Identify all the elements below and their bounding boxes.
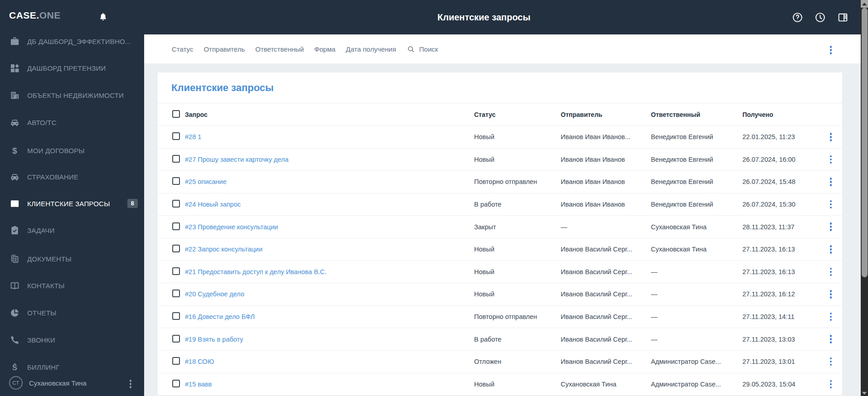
table-row[interactable]: #25 описание Повторно отправлен Иванов И…	[158, 171, 842, 193]
user-menu-icon[interactable]	[129, 379, 133, 389]
row-checkbox[interactable]	[172, 245, 180, 252]
status-cell: Новый	[474, 268, 561, 275]
row-menu-icon[interactable]	[829, 357, 833, 367]
filter-form[interactable]: Форма	[314, 45, 335, 53]
table-row[interactable]: #15 вавв Новый Сухановская Тина Админист…	[158, 373, 842, 396]
filter-status[interactable]: Статус	[172, 45, 193, 53]
status-cell: Новый	[474, 156, 561, 163]
row-checkbox[interactable]	[172, 177, 180, 185]
filter-bar-menu-icon[interactable]	[829, 45, 833, 55]
assignee-cell: —	[651, 268, 742, 275]
assignee-cell: Венедиктов Евгений	[651, 178, 742, 185]
svg-text:Ŝ: Ŝ	[12, 363, 17, 372]
row-checkbox[interactable]	[172, 357, 180, 365]
search-label: Поиск	[419, 45, 438, 53]
sender-cell: Иванов Василий Серг...	[561, 358, 651, 365]
row-menu-icon[interactable]	[829, 177, 833, 187]
row-checkbox[interactable]	[172, 290, 180, 297]
row-menu-icon[interactable]	[829, 334, 833, 344]
sidebar-item-documents[interactable]: ДОКУМЕНТЫ	[0, 249, 144, 269]
history-clock-icon[interactable]	[815, 12, 826, 23]
user-name: Сухановская Тина	[29, 379, 87, 387]
table-row[interactable]: #20 Судебное дело Новый Иванов Василий С…	[158, 283, 842, 306]
table-row[interactable]: #23 Проведение консультации Закрыт — Сух…	[158, 216, 842, 238]
status-cell: В работе	[474, 336, 561, 343]
row-checkbox[interactable]	[172, 200, 180, 208]
row-checkbox[interactable]	[172, 312, 180, 320]
table-row[interactable]: #24 Новый запрос В работе Иванов Иван Ив…	[158, 193, 842, 216]
book-icon	[10, 280, 20, 291]
sidebar-item-insurance[interactable]: СТРАХОВАНИЕ	[0, 167, 144, 187]
row-checkbox[interactable]	[172, 335, 180, 343]
row-menu-icon[interactable]	[829, 222, 833, 232]
table-row[interactable]: #27 Прошу завести карточку дела Новый Ив…	[158, 149, 842, 171]
received-cell: 26.07.2024, 16:00	[742, 156, 820, 163]
side-panel-icon[interactable]	[837, 12, 849, 23]
sender-cell: Иванов Василий Серг...	[561, 313, 651, 320]
help-icon[interactable]	[792, 12, 803, 23]
table-row[interactable]: #16 Довести дело БФЛ Повторно отправлен …	[158, 306, 842, 328]
request-link[interactable]: #16 Довести дело БФЛ	[185, 313, 474, 320]
column-header-received: Получено	[742, 111, 820, 118]
received-cell: 27.11.2023, 16:13	[742, 268, 820, 275]
row-checkbox[interactable]	[172, 380, 180, 387]
sidebar-item-dashboard-claims[interactable]: ДАШБОРД ПРЕТЕНЗИИ	[0, 58, 144, 78]
row-menu-icon[interactable]	[829, 244, 833, 255]
row-menu-icon[interactable]	[829, 132, 833, 142]
request-link[interactable]: #18 СОЮ	[185, 358, 474, 365]
row-checkbox[interactable]	[172, 222, 180, 230]
row-menu-icon[interactable]	[829, 312, 833, 322]
request-link[interactable]: #25 описание	[185, 178, 474, 185]
row-menu-icon[interactable]	[829, 199, 833, 210]
search-control[interactable]: Поиск	[407, 45, 438, 53]
column-header-request: Запрос	[185, 111, 474, 118]
scrollbar[interactable]	[861, 0, 868, 396]
request-link[interactable]: #15 вавв	[185, 381, 474, 388]
scrollbar-thumb[interactable]	[862, 8, 868, 277]
received-cell: 27.11.2023, 16:13	[742, 246, 820, 253]
current-user-panel: СТ Сухановская Тина	[0, 372, 144, 393]
table-row[interactable]: #21 Предоставить доступ к делу Иванова В…	[158, 261, 842, 284]
filter-date-received[interactable]: Дата получения	[346, 45, 396, 53]
sidebar-item-auto[interactable]: АВТО/ТС	[0, 112, 144, 132]
column-header-sender: Отправитель	[561, 111, 651, 118]
scroll-up-arrow-icon[interactable]	[861, 0, 868, 8]
sidebar-item-client-requests[interactable]: КЛИЕНТСКИЕ ЗАПРОСЫ 8	[0, 193, 144, 213]
table-row[interactable]: #28 1 Новый Иванов Иван Иванов... Венеди…	[158, 126, 842, 149]
table-header-row: Запрос Статус Отправитель Ответственный …	[158, 103, 842, 126]
sidebar-item-db-dashboard[interactable]: ДБ ДАШБОРД_ЭФФЕКТИВНО...	[0, 31, 144, 51]
row-menu-icon[interactable]	[829, 289, 833, 299]
scroll-down-arrow-icon[interactable]	[862, 392, 867, 395]
table-row[interactable]: #18 СОЮ Отложен Иванов Василий Серг... А…	[158, 351, 842, 373]
table-row[interactable]: #19 Взять в работу В работе Иванов Васил…	[158, 328, 842, 351]
request-link[interactable]: #19 Взять в работу	[185, 336, 474, 343]
request-link[interactable]: #22 Запрос консультации	[185, 246, 474, 253]
sidebar-item-contracts[interactable]: $ МОИ ДОГОВОРЫ	[0, 140, 144, 160]
request-link[interactable]: #20 Судебное дело	[185, 290, 474, 298]
tasks-icon	[10, 225, 20, 236]
row-menu-icon[interactable]	[829, 267, 833, 277]
phone-icon	[10, 335, 20, 345]
row-checkbox[interactable]	[172, 267, 180, 275]
dollar-icon: $	[10, 145, 20, 156]
row-checkbox[interactable]	[172, 132, 180, 140]
request-link[interactable]: #28 1	[185, 133, 474, 140]
sidebar-item-contacts[interactable]: КОНТАКТЫ	[0, 275, 144, 295]
select-all-checkbox[interactable]	[172, 110, 180, 118]
request-link[interactable]: #21 Предоставить доступ к делу Иванова В…	[185, 268, 474, 275]
sidebar-item-tasks[interactable]: ЗАДАЧИ	[0, 220, 144, 240]
sidebar-item-reports[interactable]: ОТЧЕТЫ	[0, 303, 144, 323]
card-title: Клиентские запросы	[171, 82, 274, 94]
sidebar-item-calls[interactable]: ЗВОНКИ	[0, 330, 144, 350]
row-menu-icon[interactable]	[829, 379, 833, 390]
request-link[interactable]: #23 Проведение консультации	[185, 223, 474, 231]
filter-sender[interactable]: Отправитель	[204, 45, 245, 53]
row-checkbox[interactable]	[172, 155, 180, 163]
request-link[interactable]: #24 Новый запрос	[185, 201, 474, 208]
sidebar-item-real-estate[interactable]: ОБЪЕКТЫ НЕДВИЖИМОСТИ	[0, 85, 144, 105]
row-menu-icon[interactable]	[829, 155, 833, 165]
received-cell: 26.07.2024, 15:48	[742, 178, 820, 185]
filter-assignee[interactable]: Ответственный	[255, 45, 304, 53]
request-link[interactable]: #27 Прошу завести карточку дела	[185, 156, 474, 163]
table-row[interactable]: #22 Запрос консультации Новый Иванов Вас…	[158, 238, 842, 261]
